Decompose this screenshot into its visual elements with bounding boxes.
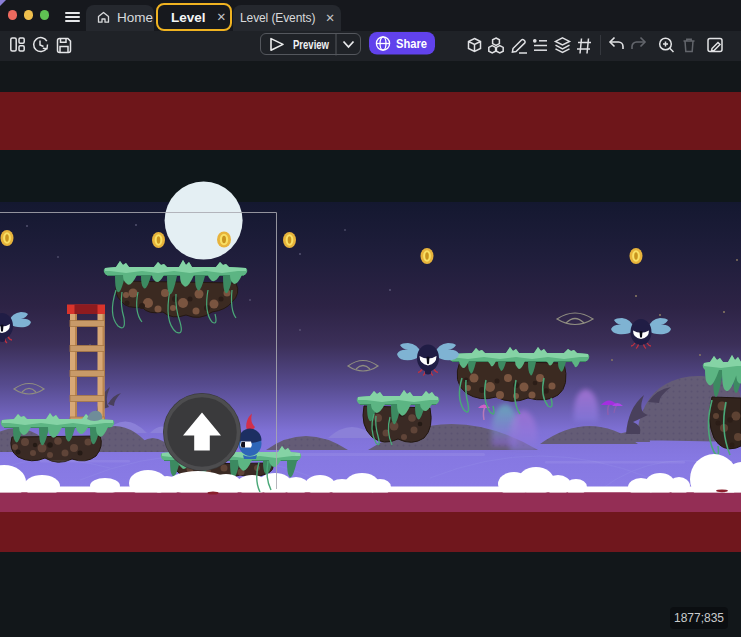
- svg-text:Share: Share: [396, 37, 427, 51]
